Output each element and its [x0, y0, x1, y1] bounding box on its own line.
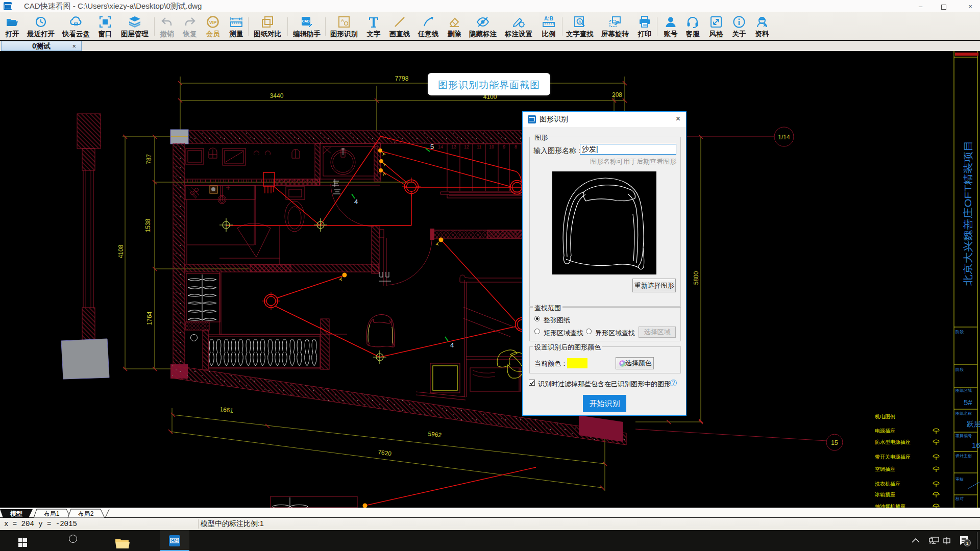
svg-text:13: 13	[451, 144, 456, 149]
svg-text:图纸名称: 图纸名称	[955, 411, 972, 416]
svg-text:抽油烟机插座: 抽油烟机插座	[875, 504, 905, 508]
svg-text:阶段: 阶段	[955, 367, 964, 372]
svg-text:阶段: 阶段	[955, 330, 964, 334]
svg-text:设计主创: 设计主创	[955, 454, 972, 458]
svg-text:模型: 模型	[10, 510, 22, 517]
svg-text:3440: 3440	[270, 92, 284, 99]
svg-text:项目编号: 项目编号	[955, 434, 972, 438]
svg-text:机电图例: 机电图例	[875, 414, 895, 419]
svg-text:5962: 5962	[428, 430, 442, 439]
svg-text:1661: 1661	[219, 406, 234, 414]
svg-text:5800: 5800	[693, 271, 700, 285]
svg-text:8: 8	[514, 144, 517, 149]
svg-text:9: 9	[503, 144, 505, 149]
svg-text:4: 4	[354, 198, 358, 206]
svg-text:跃层: 跃层	[967, 420, 980, 428]
svg-text:冰箱插座: 冰箱插座	[875, 492, 895, 497]
svg-text:15: 15	[831, 439, 838, 446]
svg-text:洗衣机插座: 洗衣机插座	[875, 481, 900, 487]
svg-text:布局1: 布局1	[44, 510, 60, 517]
svg-text:787: 787	[145, 154, 153, 164]
svg-text:防水型电源插座: 防水型电源插座	[875, 439, 911, 445]
svg-text:14: 14	[438, 144, 443, 149]
svg-text:A:B: A:B	[544, 16, 553, 21]
svg-text:11: 11	[477, 144, 481, 149]
svg-text:电源插座: 电源插座	[875, 428, 895, 434]
svg-text:带开关电源插座: 带开关电源插座	[875, 454, 911, 460]
svg-text:空调插座: 空调插座	[875, 466, 895, 472]
svg-text:CAD: CAD	[171, 539, 178, 542]
svg-text:1: 1	[966, 541, 968, 546]
svg-text:校对: 校对	[955, 496, 964, 501]
svg-text:1764: 1764	[146, 311, 153, 325]
svg-text:A: A	[578, 19, 581, 24]
svg-text:1/14: 1/14	[778, 134, 790, 141]
svg-text:5#: 5#	[964, 398, 972, 407]
svg-text:北京大兴魏善庄OFT精装项目: 北京大兴魏善庄OFT精装项目	[963, 140, 973, 286]
svg-text:1538: 1538	[144, 218, 152, 232]
svg-text:A: A	[341, 18, 344, 23]
svg-text:图纸区域: 图纸区域	[955, 388, 972, 393]
svg-text:布局2: 布局2	[78, 510, 94, 517]
svg-text:5: 5	[430, 143, 434, 151]
svg-text:4108: 4108	[117, 244, 125, 258]
svg-text:16: 16	[972, 441, 980, 449]
svg-text:208: 208	[612, 91, 622, 98]
svg-text:7798: 7798	[395, 75, 409, 82]
svg-text:审核: 审核	[955, 477, 964, 482]
svg-text:4: 4	[450, 341, 454, 349]
svg-text:CAD: CAD	[302, 19, 309, 23]
svg-text:12: 12	[464, 144, 469, 149]
svg-text:7620: 7620	[378, 448, 393, 457]
svg-text:10: 10	[489, 144, 494, 149]
